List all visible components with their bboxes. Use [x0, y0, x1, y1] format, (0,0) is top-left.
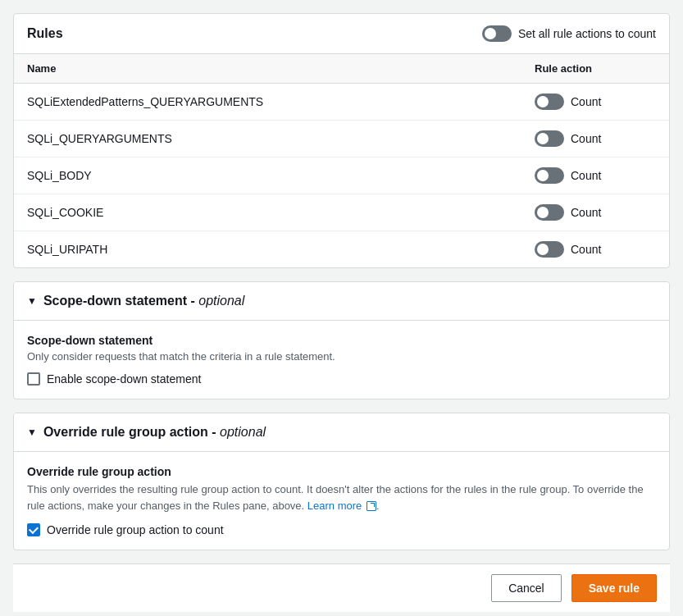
- rule-action-label: Count: [571, 206, 601, 219]
- override-title: Override rule group action - optional: [43, 425, 266, 440]
- table-row: SQLi_URIPATHCount: [14, 231, 669, 268]
- override-body-title: Override rule group action: [27, 465, 656, 478]
- table-row: SQLi_QUERYARGUMENTSCount: [14, 121, 669, 157]
- override-body: Override rule group action This only ove…: [14, 452, 669, 550]
- rules-header: Rules Set all rule actions to count: [14, 14, 669, 54]
- rule-action-label: Count: [571, 169, 601, 182]
- rule-name-cell: SQLi_COOKIE: [14, 194, 521, 231]
- rule-action-label: Count: [571, 243, 601, 256]
- override-section: ▼ Override rule group action - optional …: [13, 413, 670, 550]
- footer-bar: Cancel Save rule: [13, 564, 670, 612]
- rule-name-cell: SQLiExtendedPatterns_QUERYARGUMENTS: [14, 84, 521, 121]
- scope-down-header[interactable]: ▼ Scope-down statement - optional: [14, 282, 669, 321]
- rules-title: Rules: [27, 26, 63, 41]
- scope-down-body-description: Only consider requests that match the cr…: [27, 350, 656, 363]
- col-action-header: Rule action: [521, 54, 669, 84]
- rule-action-cell: Count: [521, 231, 669, 268]
- override-checkbox-label: Override rule group action to count: [47, 523, 224, 536]
- scope-down-checkbox-row[interactable]: Enable scope-down statement: [27, 372, 656, 386]
- rules-section: Rules Set all rule actions to count Name…: [13, 13, 670, 268]
- rule-action-label: Count: [571, 95, 601, 108]
- rule-action-cell: Count: [521, 84, 669, 121]
- override-checkbox[interactable]: [27, 523, 40, 536]
- set-all-count-toggle[interactable]: [482, 25, 512, 42]
- rule-toggle[interactable]: [535, 167, 564, 184]
- override-chevron-icon: ▼: [27, 427, 37, 438]
- rule-action-cell: Count: [521, 194, 669, 231]
- rule-toggle[interactable]: [535, 94, 564, 110]
- scope-down-title: Scope-down statement - optional: [43, 294, 244, 308]
- cancel-button[interactable]: Cancel: [491, 574, 562, 602]
- external-link-icon: [367, 501, 376, 511]
- rule-name-cell: SQLi_URIPATH: [14, 231, 521, 268]
- rule-toggle[interactable]: [535, 241, 564, 258]
- table-row: SQLi_COOKIECount: [14, 194, 669, 231]
- override-body-description: This only overrides the resulting rule g…: [27, 481, 656, 513]
- learn-more-link[interactable]: Learn more: [307, 500, 376, 512]
- scope-down-chevron-icon: ▼: [27, 295, 37, 307]
- table-row: SQLi_BODYCount: [14, 157, 669, 194]
- rule-name-cell: SQLi_BODY: [14, 157, 521, 194]
- scope-down-checkbox[interactable]: [27, 372, 40, 386]
- scope-down-section: ▼ Scope-down statement - optional Scope-…: [13, 281, 670, 399]
- rule-action-label: Count: [571, 132, 601, 145]
- scope-down-body: Scope-down statement Only consider reque…: [14, 321, 669, 399]
- rule-toggle[interactable]: [535, 130, 564, 147]
- set-all-count-label: Set all rule actions to count: [518, 27, 656, 40]
- scope-down-checkbox-label: Enable scope-down statement: [47, 372, 201, 386]
- rule-action-cell: Count: [521, 157, 669, 194]
- override-checkbox-row[interactable]: Override rule group action to count: [27, 523, 656, 536]
- scope-down-body-title: Scope-down statement: [27, 334, 656, 347]
- rule-action-cell: Count: [521, 121, 669, 157]
- rule-toggle[interactable]: [535, 204, 564, 221]
- rules-table: Name Rule action SQLiExtendedPatterns_QU…: [14, 54, 669, 267]
- override-header[interactable]: ▼ Override rule group action - optional: [14, 413, 669, 452]
- rule-name-cell: SQLi_QUERYARGUMENTS: [14, 121, 521, 157]
- table-row: SQLiExtendedPatterns_QUERYARGUMENTSCount: [14, 84, 669, 121]
- col-name-header: Name: [14, 54, 521, 84]
- save-rule-button[interactable]: Save rule: [571, 574, 657, 602]
- set-all-count-control[interactable]: Set all rule actions to count: [482, 25, 656, 42]
